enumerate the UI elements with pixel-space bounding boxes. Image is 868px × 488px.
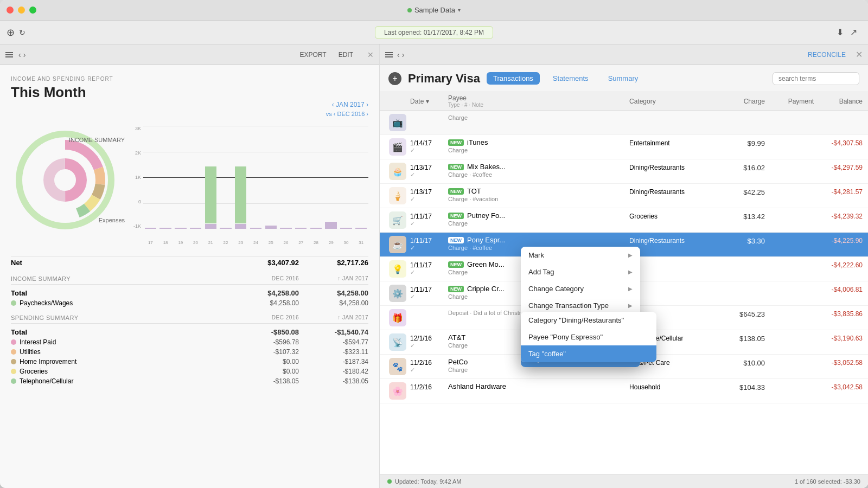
income-total-jan: $4,258.00 xyxy=(303,289,368,297)
trans-nav-forward[interactable]: › xyxy=(402,50,405,59)
trans-category xyxy=(629,260,716,261)
trans-date: 1/13/17 ✓ xyxy=(410,163,448,178)
col-charge-header: Charge xyxy=(716,98,765,105)
trans-charge xyxy=(716,114,765,115)
trans-category: Dining/Restaurants xyxy=(629,163,716,171)
compare-text[interactable]: vs ‹ DEC 2016 › xyxy=(326,111,368,117)
nav-forward[interactable]: › xyxy=(23,50,26,59)
add-button[interactable]: ⊕ xyxy=(7,27,15,38)
trans-charge: $104.33 xyxy=(716,382,765,391)
context-menu-item-add-tag[interactable]: Add Tag▶ xyxy=(521,264,640,280)
context-menu-item-mark[interactable]: Mark▶ xyxy=(521,247,640,264)
tab-statements[interactable]: Statements xyxy=(546,72,595,85)
trans-payment xyxy=(765,333,814,335)
spending-category-row: Home Improvement $0.00 -$187.34 xyxy=(11,357,368,367)
trans-balance xyxy=(814,114,863,115)
trans-payment xyxy=(765,285,814,286)
new-badge: NEW xyxy=(448,164,464,170)
trans-charge: $3.30 xyxy=(716,236,765,245)
trans-date: 1/11/17 ✓ xyxy=(410,236,448,252)
reconcile-button[interactable]: RECONCILE xyxy=(808,51,846,59)
donut-chart: INCOME SUMMARY Expenses xyxy=(11,126,119,234)
trans-balance: -$4,225.90 xyxy=(814,236,863,245)
spending-category-row: Interest Paid -$596.78 -$594.77 xyxy=(11,337,368,347)
spending-jan-col: ↑ JAN 2017 xyxy=(303,314,368,321)
trans-icon: 🌸 xyxy=(385,382,410,400)
table-row[interactable]: 🌸 11/2/16 Ashland Hardware Household $10… xyxy=(380,379,868,403)
table-row[interactable]: 🎬 1/14/17 ✓ NEW iTunes Charge Entertainm… xyxy=(380,135,868,159)
trans-balance: -$3,190.63 xyxy=(814,333,863,342)
export-button[interactable]: EXPORT xyxy=(297,50,330,60)
trans-payment xyxy=(765,163,814,164)
income-total-label: Total xyxy=(11,289,229,297)
share-icon[interactable]: ↗ xyxy=(850,27,857,37)
trans-category: Dining/Restaurants xyxy=(629,236,716,245)
refresh-button[interactable]: ↻ xyxy=(19,28,25,37)
col-date-header[interactable]: Date ▾ xyxy=(410,98,448,105)
context-menu-item-change-category[interactable]: Change Category▶ xyxy=(521,280,640,297)
summary-table: Net $3,407.92 $2,717.26 INCOME SUMMARY D… xyxy=(11,256,368,386)
submenu-item[interactable]: Tag "coffee" xyxy=(521,345,656,362)
trans-nav-back[interactable]: ‹ xyxy=(397,50,400,59)
topbar-icons: ⬇ ↗ xyxy=(837,27,857,37)
trans-payment xyxy=(765,260,814,261)
date-nav-text[interactable]: ‹ JAN 2017 › xyxy=(332,101,368,108)
tab-summary[interactable]: Summary xyxy=(602,72,645,85)
trans-payee-col: NEW iTunes Charge xyxy=(448,138,629,153)
tab-transactions[interactable]: Transactions xyxy=(487,72,540,85)
trans-balance: -$4,307.58 xyxy=(814,138,863,147)
trans-category xyxy=(629,114,716,115)
edit-button[interactable]: EDIT xyxy=(335,50,356,60)
maximize-button[interactable] xyxy=(29,7,36,14)
spending-total-jan: -$1,540.74 xyxy=(303,328,368,336)
trans-balance: -$4,239.32 xyxy=(814,211,863,220)
category-dot xyxy=(11,369,16,374)
trans-category: Dining/Restaurants xyxy=(629,187,716,196)
submenu-chevron: ▶ xyxy=(628,252,633,258)
table-row[interactable]: 🍦 1/13/17 ✓ NEW TOT Charge · #vacation D… xyxy=(380,184,868,208)
new-badge: NEW xyxy=(448,286,464,292)
search-input[interactable] xyxy=(773,72,859,85)
trans-icon: ☕ xyxy=(385,236,410,253)
download-icon[interactable]: ⬇ xyxy=(837,27,844,37)
nav-back[interactable]: ‹ xyxy=(18,50,21,59)
submenu-chevron: ▶ xyxy=(628,286,633,292)
spending-section-header: SPENDING SUMMARY DEC 2016 ↑ JAN 2017 xyxy=(11,314,368,324)
table-row[interactable]: 🛒 1/11/17 ✓ NEW Putney Fo... Charge Groc… xyxy=(380,208,868,233)
trans-icon: 🧁 xyxy=(385,163,410,180)
bar-chart: 3K 2K 1K 0 -1K xyxy=(128,126,368,245)
income-dec-col: DEC 2016 xyxy=(234,275,299,282)
trans-payee-col: NEW TOT Charge · #vacation xyxy=(448,187,629,202)
new-badge: NEW xyxy=(448,139,464,146)
trans-nav: ‹ › xyxy=(397,50,404,59)
trans-payment xyxy=(765,114,814,115)
submenu-item[interactable]: Payee "Pony Espresso" xyxy=(521,329,656,345)
trans-date: 1/11/17 ✓ xyxy=(410,260,448,276)
trans-close-button[interactable]: ✕ xyxy=(856,49,863,60)
trans-icon: 💡 xyxy=(385,260,410,278)
minimize-button[interactable] xyxy=(18,7,25,14)
table-row[interactable]: 🧁 1/13/17 ✓ NEW Mix Bakes... Charge · #c… xyxy=(380,159,868,184)
trans-balance: -$4,006.81 xyxy=(814,285,863,293)
submenu-chevron: ▶ xyxy=(628,303,633,309)
report-close-button[interactable]: ✕ xyxy=(367,50,374,59)
paychecks-row: Paychecks/Wages $4,258.00 $4,258.00 xyxy=(11,298,368,308)
spending-category-row: Utilities -$107.32 -$323.11 xyxy=(11,347,368,357)
trans-payee-col: Ashland Hardware xyxy=(448,382,629,391)
col-balance-header: Balance xyxy=(814,98,863,105)
trans-balance: -$4,281.57 xyxy=(814,187,863,196)
trans-sidebar-toggle[interactable] xyxy=(385,52,393,57)
new-badge: NEW xyxy=(448,213,464,219)
trans-category: Groceries xyxy=(629,211,716,220)
table-row[interactable]: 📺 Charge xyxy=(380,111,868,135)
sidebar-toggle-icon[interactable] xyxy=(5,52,13,57)
trans-date: 1/14/17 ✓ xyxy=(410,138,448,154)
submenu-item[interactable]: Category "Dining/Restaurants" xyxy=(521,312,656,329)
add-transaction-button[interactable]: + xyxy=(388,72,401,85)
trans-payment xyxy=(765,358,814,359)
main-window: Sample Data ▾ ⊕ ↻ Last opened: 01/17/201… xyxy=(0,0,868,488)
income-total-row: Total $4,258.00 $4,258.00 xyxy=(11,288,368,298)
trans-payment xyxy=(765,211,814,213)
close-button[interactable] xyxy=(7,7,14,14)
spending-dec-col: DEC 2016 xyxy=(234,314,299,321)
